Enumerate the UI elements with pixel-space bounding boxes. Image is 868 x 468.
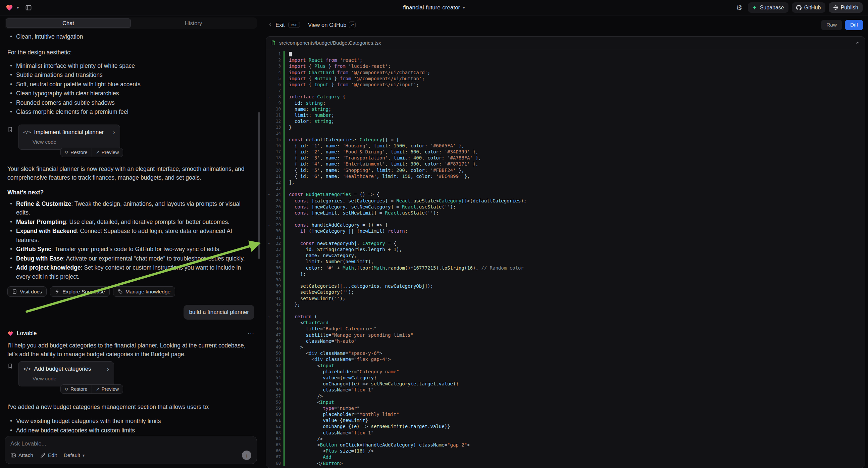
manage-knowledge-button[interactable]: Manage knowledge — [113, 286, 175, 297]
design-aesthetic-intro: For the design aesthetic: — [7, 48, 254, 57]
line-number: 19 — [266, 161, 283, 167]
line-number: 35 — [266, 259, 283, 265]
line-number: 20 — [266, 167, 283, 173]
code-line: 39 setCategories([...categories, newCate… — [266, 283, 865, 289]
fold-chevron-icon[interactable]: ▾ — [268, 314, 270, 320]
code-line: 47 subtitle="Manage your spending limits… — [266, 332, 865, 338]
visit-docs-button[interactable]: Visit docs — [7, 286, 46, 297]
collapse-chevron-up-icon[interactable] — [855, 40, 860, 46]
code-text: }; — [284, 301, 300, 308]
line-number: 39 — [266, 283, 283, 289]
bookmark-icon[interactable] — [7, 126, 16, 132]
code-icon: </> — [23, 128, 31, 137]
preview-button[interactable]: ↗ Preview — [92, 385, 123, 393]
diff-tab-button[interactable]: Diff — [845, 20, 863, 30]
code-line: 13} — [266, 124, 865, 130]
code-line: 9 id: string; — [266, 100, 865, 106]
publish-button[interactable]: Publish — [829, 2, 863, 13]
raw-tab-button[interactable]: Raw — [821, 20, 842, 30]
edit-card-implement-financial-planner[interactable]: </> Implement financial planner › View c… — [18, 124, 120, 150]
code-line: 16 { id: '1', name: 'Housing', limit: 15… — [266, 143, 865, 149]
exit-button[interactable]: Exit — [268, 22, 285, 28]
fold-chevron-icon[interactable]: ▾ — [268, 192, 270, 198]
file-header[interactable]: src/components/budget/BudgetCategories.t… — [266, 37, 865, 49]
list-item: Clean, intuitive navigation — [7, 32, 254, 41]
code-text: { id: '4', name: 'Entertainment', limit:… — [284, 161, 478, 167]
supabase-button[interactable]: Supabase — [748, 2, 788, 13]
panel-toggle-icon[interactable] — [25, 4, 32, 11]
edit-card-add-budget-categories[interactable]: </> Add budget categories › View code — [18, 361, 114, 386]
project-name-button[interactable]: financial-future-creator ▾ — [403, 4, 465, 11]
view-code-link[interactable]: View code — [23, 138, 115, 146]
code-text: type="number" — [284, 405, 360, 411]
model-selector[interactable]: Default ▾ — [64, 452, 85, 458]
restore-preview-bar: ↺ Restore ↗ Preview — [60, 148, 123, 157]
github-button[interactable]: GitHub — [792, 2, 826, 13]
fold-chevron-icon[interactable]: ▾ — [268, 222, 270, 228]
line-number: 7 — [266, 88, 283, 94]
edit-card-row: </> Add budget categories › View code — [7, 361, 254, 386]
restore-button[interactable]: ↺ Restore — [61, 385, 92, 393]
code-line: 20 { id: '5', name: 'Shopping', limit: 2… — [266, 167, 865, 173]
chat-scrollbar[interactable] — [258, 112, 260, 259]
line-number: 33 — [266, 246, 283, 253]
list-item: GitHub Sync: Transfer your project's cod… — [7, 245, 254, 254]
code-text: import { Plus } from 'lucide-react'; — [284, 63, 391, 69]
explore-supabase-button[interactable]: Explore Supabase — [50, 286, 110, 297]
code-text: /> — [284, 436, 323, 442]
tab-chat[interactable]: Chat — [6, 19, 131, 28]
code-text: const [newLimit, setNewLimit] = React.us… — [284, 210, 439, 216]
fold-chevron-icon[interactable]: ▾ — [268, 137, 270, 143]
code-text: { id: '2', name: 'Food & Dining', limit:… — [284, 149, 478, 155]
lovable-logo-icon[interactable] — [5, 4, 13, 11]
code-text: interface Category { — [284, 94, 346, 100]
code-line: 32▾ const newCategoryObj: Category = { — [266, 240, 865, 246]
code-toolbar: Exit esc View on GitHub ↗ Raw Diff — [266, 16, 865, 34]
line-number: 32▾ — [266, 240, 283, 246]
line-number: 58 — [266, 399, 283, 405]
fold-chevron-icon[interactable]: ▾ — [268, 241, 270, 247]
code-line: 28 — [266, 216, 865, 222]
code-line: 19 { id: '4', name: 'Entertainment', lim… — [266, 161, 865, 167]
code-line: 50 <div className="space-y-6"> — [266, 350, 865, 356]
send-button[interactable]: ↑ — [242, 450, 251, 460]
bookmark-icon[interactable] — [7, 363, 16, 369]
code-line: 64 /> — [266, 436, 865, 442]
code-text: Add — [284, 454, 331, 460]
fold-chevron-icon[interactable]: ▾ — [268, 94, 270, 100]
attach-button[interactable]: Attach — [10, 452, 33, 458]
code-line: 18 { id: '3', name: 'Transportation', li… — [266, 155, 865, 161]
code-line: 12 color: string; — [266, 118, 865, 124]
view-on-github-link[interactable]: View on GitHub ↗ — [308, 22, 355, 28]
edit-mode-button[interactable]: Edit — [40, 452, 57, 458]
restore-button[interactable]: ↺ Restore — [61, 148, 92, 157]
message-menu-icon[interactable]: ··· — [248, 329, 254, 338]
code-line: 48 className="h-auto" — [266, 338, 865, 344]
design-bullets: Minimalist interface with plenty of whit… — [7, 61, 254, 117]
line-number: 21 — [266, 173, 283, 179]
view-code-link[interactable]: View code — [23, 374, 109, 383]
list-item: Glass-morphic elements for a premium fee… — [7, 108, 254, 117]
restore-preview-bar: ↺ Restore ↗ Preview — [60, 384, 123, 394]
code-text: placeholder="Category name" — [284, 369, 399, 375]
code-line: 2import React from 'react'; — [266, 57, 865, 63]
line-number: 22 — [266, 179, 283, 185]
code-line: 49 > — [266, 344, 865, 350]
line-number: 5 — [266, 76, 283, 82]
settings-gear-icon[interactable]: ⚙ — [734, 4, 745, 11]
code-text: placeholder="Monthly limit" — [284, 411, 399, 417]
whats-next-heading: What's next? — [7, 188, 254, 197]
workspace-chevron-down-icon[interactable]: ▾ — [17, 5, 19, 10]
code-text: import ChartCard from '@/components/ui/C… — [284, 69, 430, 76]
code-text: { id: '1', name: 'Housing', limit: 1500,… — [284, 143, 464, 149]
code-line: 10 name: string; — [266, 106, 865, 112]
code-text — [284, 277, 289, 283]
code-text: <Plus size={16} /> — [284, 448, 374, 454]
code-text: import React from 'react'; — [284, 57, 362, 63]
code-text: <div className="flex gap-4"> — [284, 356, 391, 362]
preview-button[interactable]: ↗ Preview — [92, 148, 123, 157]
tab-history[interactable]: History — [131, 19, 256, 28]
chat-input[interactable] — [10, 440, 251, 447]
code-line: 7 — [266, 88, 865, 94]
line-number: 12 — [266, 118, 283, 124]
